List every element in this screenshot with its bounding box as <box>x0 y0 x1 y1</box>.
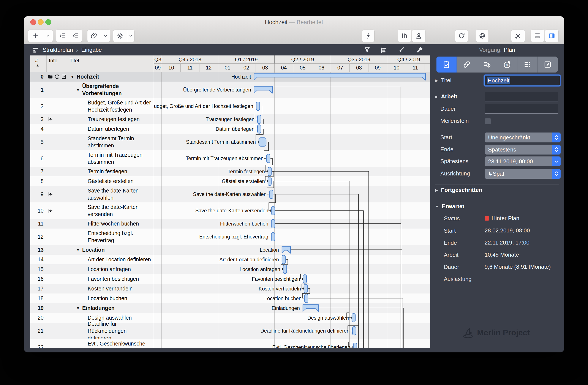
wrench-icon[interactable] <box>416 46 423 54</box>
outline-row-9[interactable]: 9Save the date-Karten auswählen <box>30 186 154 203</box>
person-button[interactable] <box>412 30 426 42</box>
outline-row-16[interactable]: 16Favoriten besichtigen <box>30 274 154 284</box>
column-header-info[interactable]: Info <box>49 58 57 64</box>
task-bar[interactable] <box>268 167 271 176</box>
month-header[interactable]: 07 <box>331 64 350 72</box>
outline-row-12[interactable]: 12Entscheidung bzgl. Ehevertrag <box>30 228 154 245</box>
quarter-header[interactable]: Q2 / 2019 <box>274 56 331 64</box>
inspector-tab-resources[interactable] <box>517 57 538 73</box>
outline-row-6[interactable]: 6Termin mit Trauzeugen abstimmen <box>30 150 154 167</box>
task-bar[interactable] <box>283 265 287 274</box>
titel-input[interactable]: Hochzeit <box>484 75 560 86</box>
disclosure-right-icon[interactable]: ▶ <box>435 79 438 83</box>
task-bar[interactable] <box>271 206 275 215</box>
disclosure-down-icon[interactable]: ▼ <box>435 204 439 209</box>
popup-arrows-icon[interactable] <box>552 169 561 179</box>
month-header[interactable] <box>425 64 430 72</box>
inspector-tab-clipboard-check[interactable] <box>437 57 457 73</box>
inspector-tab-note-edit[interactable] <box>538 57 558 73</box>
outline-row-14[interactable]: 14Art der Location definieren <box>30 255 154 264</box>
column-header-title[interactable]: Titel <box>69 58 79 64</box>
quarter-header[interactable]: Q3 <box>154 56 162 64</box>
outline-row-2[interactable]: 2Budget, Größe und Art der Hochzeit fest… <box>30 98 154 114</box>
month-header[interactable]: 02 <box>237 64 255 72</box>
task-bar[interactable] <box>353 326 356 335</box>
outline-row-21[interactable]: 21Deadline für Rückmeldungen definieren <box>30 323 154 339</box>
sync-button[interactable] <box>455 30 468 42</box>
library-button[interactable] <box>398 30 411 42</box>
task-bar[interactable] <box>353 343 357 348</box>
filter-funnel-icon[interactable] <box>363 46 371 54</box>
month-header[interactable]: 05 <box>293 64 312 72</box>
disclosure-triangle-icon[interactable]: ▼ <box>76 304 80 312</box>
outline-row-5[interactable]: 5Standesamt Termin abstimmen <box>30 134 154 150</box>
month-header[interactable]: 09 <box>154 64 162 72</box>
quarter-header[interactable]: Q4 / 2018 <box>162 56 218 64</box>
paperclip-button[interactable] <box>87 30 101 42</box>
outline-row-3[interactable]: 3Trauzeugen festlegen <box>30 114 154 124</box>
month-header[interactable]: 10 <box>162 64 180 72</box>
outline-row-11[interactable]: 11Flitterwochen buchen <box>30 219 154 228</box>
task-bar[interactable] <box>282 255 285 264</box>
indent-button[interactable] <box>56 30 69 42</box>
month-header[interactable]: 01 <box>218 64 237 72</box>
outline-row-1[interactable]: 1▼Übergreifende Vorbereitungen <box>30 81 154 98</box>
task-bar[interactable] <box>268 177 271 186</box>
month-header[interactable]: 11 <box>406 64 425 72</box>
inspector-tab-cost[interactable]: $ <box>477 57 497 73</box>
tools-button[interactable] <box>511 30 525 42</box>
task-bar[interactable] <box>271 232 275 241</box>
spätestens-popup[interactable]: 23.11.2019, 00:00 <box>484 157 561 166</box>
disclosure-triangle-icon[interactable]: ▼ <box>76 246 80 253</box>
gear-button[interactable] <box>113 30 127 42</box>
brush-icon[interactable] <box>398 46 405 54</box>
task-bar[interactable] <box>257 125 261 133</box>
outline-row-22[interactable]: 22Evtl. Geschenkwünsche überlegen <box>30 339 154 348</box>
quarter-header[interactable]: Q4 / 2019 <box>387 56 430 64</box>
month-header[interactable]: 06 <box>312 64 331 72</box>
disclosure-triangle-icon[interactable]: ▼ <box>70 73 74 80</box>
outline-row-17[interactable]: 17Kosten verhandeln <box>30 284 154 293</box>
disclosure-right-icon[interactable]: ▶ <box>435 188 438 192</box>
panel-right-button[interactable] <box>545 30 559 42</box>
month-header[interactable]: 04 <box>274 64 293 72</box>
outline-row-13[interactable]: 13▼Location <box>30 245 154 255</box>
task-bar[interactable] <box>303 275 307 283</box>
quarter-header[interactable]: Q3 / 2019 <box>331 56 387 64</box>
ausrichtung-popup[interactable]: ↳Spät <box>484 169 561 179</box>
ende-popup[interactable]: Spätestens <box>484 144 561 155</box>
breadcrumb[interactable]: Strukturplan›Eingabe <box>32 44 102 56</box>
task-bar[interactable] <box>352 314 355 322</box>
task-bar[interactable] <box>267 154 270 163</box>
breadcrumb-item[interactable]: Eingabe <box>81 47 102 53</box>
outline-row-18[interactable]: 18Location buchen <box>30 293 154 303</box>
quarter-header[interactable]: Q1 / 2019 <box>218 56 274 64</box>
inspector-tab-progress-clock[interactable]: % <box>497 57 517 73</box>
chevron-down-button[interactable] <box>101 30 110 42</box>
task-bar[interactable] <box>259 138 266 146</box>
outline-row-0[interactable]: 0▼Hochzeit <box>30 72 154 81</box>
outdent-button[interactable] <box>69 30 82 42</box>
meilenstein-checkbox[interactable] <box>484 118 491 124</box>
panel-bottom-button[interactable] <box>531 30 545 42</box>
chevron-down-button[interactable] <box>127 30 134 42</box>
month-header[interactable]: 12 <box>199 64 218 72</box>
task-bar[interactable] <box>257 115 261 124</box>
arbeit-field[interactable] <box>484 92 558 101</box>
bolt-button[interactable] <box>362 30 375 42</box>
task-bar[interactable] <box>304 284 307 293</box>
chevron-down-button[interactable] <box>43 30 53 42</box>
month-header[interactable]: 11 <box>180 64 199 72</box>
outline-row-10[interactable]: 10Save the date-Karten versenden <box>30 203 154 219</box>
plus-button[interactable] <box>28 30 43 42</box>
outline-list-icon[interactable] <box>380 46 387 54</box>
popup-arrows-icon[interactable] <box>552 144 561 155</box>
month-header[interactable]: 09 <box>368 64 387 72</box>
outline-row-4[interactable]: 4Datum überlegen <box>30 124 154 134</box>
breadcrumb-item[interactable]: Strukturplan <box>43 47 73 53</box>
dauer-field[interactable] <box>484 104 558 114</box>
outline-row-19[interactable]: 19▼Einladungen <box>30 303 154 313</box>
task-bar[interactable] <box>305 294 308 303</box>
timeline-header[interactable]: Q3Q4 / 2018Q1 / 2019Q2 / 2019Q3 / 2019Q4… <box>154 56 430 72</box>
disclosure-triangle-icon[interactable]: ▼ <box>76 86 80 93</box>
